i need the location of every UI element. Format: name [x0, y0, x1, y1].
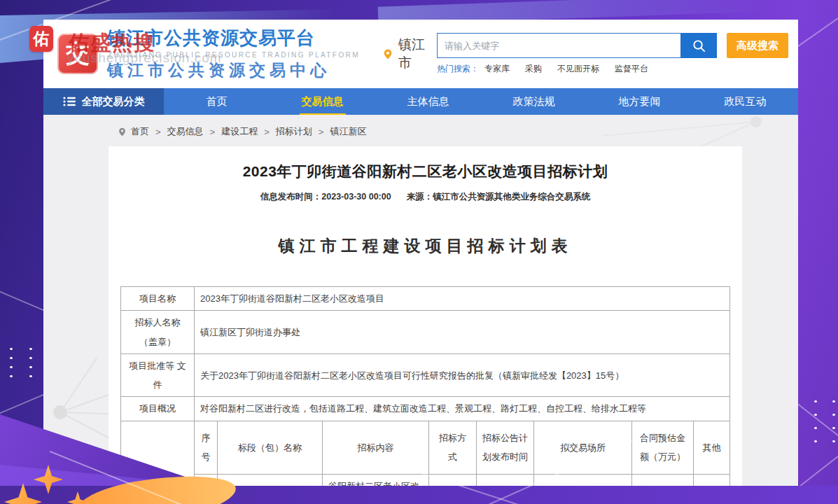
row-value: 对谷阳新村二区进行改造，包括道路工程、建筑立面改造工程、景观工程、路灯工程、自控…: [194, 397, 729, 421]
publish-info: 信息发布时间：2023-03-30 00:00来源：镇江市公共资源其他类业务综合…: [109, 191, 742, 203]
site-logo[interactable]: 交: [57, 34, 98, 74]
hot-search-link[interactable]: 采购: [525, 63, 542, 75]
plan-table-title: 镇江市工程建设项目招标计划表: [109, 235, 742, 257]
search-icon: [692, 38, 706, 53]
logo-glyph: 交: [66, 38, 90, 70]
publish-time: 2023-03-30 00:00: [321, 192, 391, 202]
nav-items: 首页 交易信息 主体信息 政策法规 地方要闻 政民互动: [164, 88, 798, 115]
row-value: 2023年丁卯街道谷阳新村二区老小区改造项目: [194, 287, 729, 311]
nav-item-label: 主体信息: [407, 95, 449, 108]
breadcrumb-separator: >: [210, 127, 216, 137]
bid-header-row: 拟招标项目 序号 标段（包）名称 招标内容 招标方式 招标公告计划发布时间 拟交…: [120, 421, 729, 474]
main-nav: 全部交易分类 首页 交易信息 主体信息 政策法规 地方要闻 政民互动: [43, 88, 798, 115]
nav-item-label: 首页: [207, 95, 228, 108]
location-pin-icon: [382, 47, 393, 62]
all-categories-button[interactable]: 全部交易分类: [43, 88, 164, 115]
publish-time-label: 信息发布时间：: [260, 192, 322, 202]
site-subtitle-en: ZHENJIANG PUBLIC RESOURCE TRADING PLATFO…: [108, 51, 360, 59]
search-input[interactable]: [437, 33, 680, 58]
all-categories-label: 全部交易分类: [82, 95, 145, 108]
breadcrumb-pin-icon: [118, 126, 127, 138]
nav-item-policies[interactable]: 政策法规: [481, 88, 587, 115]
hot-search-link[interactable]: 专家库: [484, 63, 510, 75]
breadcrumb-separator: >: [155, 127, 161, 137]
decor-dot-grid: [806, 395, 838, 449]
row-label: 项目名称: [120, 287, 194, 311]
breadcrumb-item[interactable]: 招标计划: [276, 125, 312, 138]
source-label: 来源：: [407, 192, 433, 202]
article-card: 2023年丁卯街道谷阳新村二区老小区改造项目招标计划 信息发布时间：2023-0…: [109, 146, 742, 504]
nav-item-label: 地方要闻: [619, 95, 661, 108]
breadcrumb-item[interactable]: 建设工程: [221, 125, 258, 138]
decor-dot-grid: [1, 344, 48, 382]
table-row: 项目概况 对谷阳新村二区进行改造，包括道路工程、建筑立面改造工程、景观工程、路灯…: [120, 397, 729, 421]
nav-item-label: 政民互动: [725, 95, 767, 108]
hot-search-link[interactable]: 不见面开标: [557, 63, 599, 75]
column-header: 标段（包）名称: [217, 421, 322, 474]
search-area: 高级搜索 热门搜索： 专家库 采购 不见面开标 监督平台: [437, 33, 788, 75]
breadcrumb-separator: >: [319, 127, 324, 137]
nav-item-trade-info[interactable]: 交易信息: [270, 88, 375, 115]
column-header: 招标内容: [322, 421, 428, 474]
hot-search-link[interactable]: 监督平台: [615, 63, 648, 75]
site-title-secondary: 镇江市公共资源交易中心: [107, 61, 360, 79]
nav-item-interaction[interactable]: 政民互动: [692, 88, 798, 115]
site-header: 交 镇江市公共资源交易平台 ZHENJIANG PUBLIC RESOURCE …: [43, 20, 798, 88]
row-value: 镇江新区丁卯街道办事处: [194, 311, 729, 354]
city-selector[interactable]: 镇江市: [382, 36, 437, 72]
column-header: 合同预估金额（万元）: [631, 421, 693, 474]
column-header: 招标方式: [428, 421, 476, 474]
site-title: 镇江市公共资源交易平台: [107, 28, 360, 49]
site-brand: 镇江市公共资源交易平台 ZHENJIANG PUBLIC RESOURCE TR…: [107, 28, 360, 80]
city-label: 镇江市: [398, 36, 437, 72]
row-label: 招标人名称 （盖章）: [120, 311, 194, 354]
breadcrumb: 首页 > 交易信息 > 建设工程 > 招标计划 > 镇江新区: [43, 115, 798, 146]
nav-item-entity-info[interactable]: 主体信息: [375, 88, 481, 115]
table-row: 招标人名称 （盖章） 镇江新区丁卯街道办事处: [120, 311, 729, 354]
nav-item-label: 政策法规: [513, 95, 555, 108]
table-row: 项目批准等 文件 关于2023年丁卯街道谷阳新村二区老小区改造项目可行性研究报告…: [120, 354, 729, 397]
column-header: 其他: [693, 421, 729, 474]
row-value: 关于2023年丁卯街道谷阳新村二区老小区改造项目可行性研究报告的批复（镇新审批经…: [194, 354, 729, 397]
search-button[interactable]: [680, 33, 717, 58]
hot-search-row: 热门搜索： 专家库 采购 不见面开标 监督平台: [437, 63, 788, 75]
plan-table: 项目名称 2023年丁卯街道谷阳新村二区老小区改造项目 招标人名称 （盖章） 镇…: [120, 286, 730, 504]
site-container: 交 镇江市公共资源交易平台 ZHENJIANG PUBLIC RESOURCE …: [43, 20, 798, 504]
nav-item-local-news[interactable]: 地方要闻: [587, 88, 692, 115]
breadcrumb-item[interactable]: 交易信息: [167, 125, 204, 138]
content-area: 首页 > 交易信息 > 建设工程 > 招标计划 > 镇江新区 2023年丁卯街道…: [43, 115, 798, 504]
nav-item-home[interactable]: 首页: [164, 88, 270, 115]
table-row: 项目名称 2023年丁卯街道谷阳新村二区老小区改造项目: [120, 287, 729, 311]
row-label: 项目批准等 文件: [120, 354, 194, 397]
nav-item-label: 交易信息: [302, 95, 344, 108]
breadcrumb-separator: >: [264, 127, 270, 137]
source-value: 镇江市公共资源其他类业务综合交易系统: [433, 192, 590, 202]
column-header: 招标公告计划发布时间: [476, 421, 533, 474]
advanced-search-button[interactable]: 高级搜索: [727, 33, 788, 58]
breadcrumb-item[interactable]: 镇江新区: [330, 125, 366, 138]
column-header: 序号: [194, 421, 217, 474]
article-title: 2023年丁卯街道谷阳新村二区老小区改造项目招标计划: [109, 162, 742, 181]
list-icon: [63, 97, 76, 106]
breadcrumb-item[interactable]: 首页: [131, 125, 149, 138]
hot-search-label: 热门搜索：: [437, 63, 479, 75]
row-label: 项目概况: [120, 397, 194, 421]
